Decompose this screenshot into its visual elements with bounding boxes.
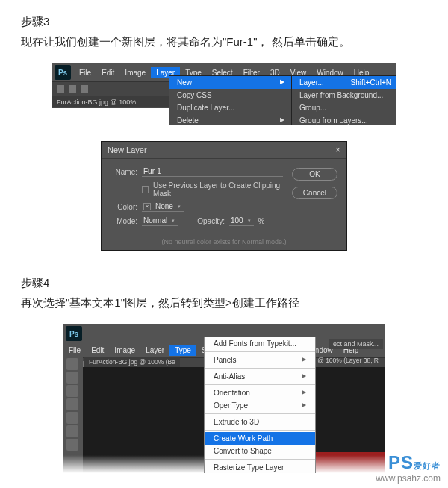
menu-item-antialias[interactable]: Anti-Alias▶ (205, 370, 315, 383)
tool-icon (69, 85, 76, 93)
ps-document-tab-right: d @ 100% (Layer 38, R (312, 357, 379, 364)
chevron-down-icon: ▾ (178, 204, 181, 210)
new-submenu: Layer...Shift+Ctrl+N Layer from Backgrou… (291, 75, 396, 125)
menu-edit[interactable]: Edit (86, 345, 109, 356)
chevron-down-icon: ▾ (248, 218, 251, 224)
step4-text: 再次选择"基本文本1"图层，然后转到类型>创建工作路径 (21, 296, 427, 310)
menu-item-label: Orientation (214, 389, 250, 397)
menu-separator (205, 384, 315, 385)
watermark-url: www.psahz.com (376, 473, 441, 484)
dialog-title: New Layer (108, 146, 147, 154)
none-swatch-icon: × (143, 203, 151, 210)
menu-edit[interactable]: Edit (96, 67, 119, 78)
menu-file[interactable]: File (74, 67, 96, 78)
tool-icon[interactable] (66, 372, 78, 384)
opacity-value: 100 (231, 216, 243, 225)
menu-item-label: Convert to Shape (214, 447, 272, 455)
ps-logo-icon: Ps (66, 326, 82, 341)
menu-item-group-from-layers[interactable]: Group from Layers... (292, 114, 396, 125)
menu-item-label: Layer... (299, 78, 324, 87)
menu-item-label: Panels (214, 356, 237, 364)
clipping-mask-checkbox[interactable] (142, 186, 149, 193)
chevron-right-icon: ▶ (302, 372, 306, 381)
watermark-subtitle: 爱好者 (414, 461, 441, 470)
menu-item-opentype[interactable]: OpenType▶ (205, 399, 315, 412)
menu-item-label: Rasterize Type Layer (214, 463, 284, 472)
name-label: Name: (111, 168, 137, 176)
menu-layer[interactable]: Layer (140, 345, 169, 356)
ps-screenshot-type-menu: Ps File Edit Image Layer Type Select Fil… (63, 324, 385, 473)
select-and-mask-fragment: ect and Mask... (329, 339, 383, 349)
tool-icon[interactable] (66, 412, 78, 424)
menu-item-duplicate-layer[interactable]: Duplicate Layer... (169, 101, 292, 114)
menu-item-layer-new[interactable]: Layer...Shift+Ctrl+N (292, 76, 396, 89)
menu-item-convert-to-shape[interactable]: Convert to Shape (205, 445, 315, 457)
menu-type[interactable]: Type (169, 345, 196, 356)
tool-icon[interactable] (66, 439, 78, 451)
step4-title: 步骤4 (21, 276, 427, 290)
type-dropdown: Add Fonts from Typekit... Panels▶ Anti-A… (204, 337, 316, 473)
clipping-mask-label: Use Previous Layer to Create Clipping Ma… (153, 181, 283, 198)
menu-separator (205, 351, 315, 352)
menu-item-layer-from-bg[interactable]: Layer from Background... (292, 89, 396, 101)
opacity-input[interactable]: 100 ▾ (229, 216, 254, 226)
menu-item-label: Extrude to 3D (214, 418, 259, 426)
new-layer-dialog: New Layer × Name: Use Previous Layer to … (101, 141, 347, 251)
tool-icon[interactable] (66, 358, 78, 370)
menu-item-label: OpenType (214, 401, 248, 410)
menu-item-rasterize[interactable]: Rasterize Type Layer (205, 461, 315, 473)
ps-screenshot-layer-menu: Ps File Edit Image Layer Type Select Fil… (52, 63, 396, 125)
chevron-right-icon: ▶ (280, 116, 284, 125)
tool-icon[interactable] (66, 425, 78, 437)
tool-icon (57, 85, 64, 93)
menu-item-add-fonts[interactable]: Add Fonts from Typekit... (205, 337, 315, 350)
mode-select[interactable]: Normal ▾ (142, 216, 178, 226)
mode-label: Mode: (111, 217, 137, 225)
chevron-right-icon: ▶ (302, 389, 306, 397)
menu-separator (205, 430, 315, 431)
watermark-brand: PS (388, 452, 414, 472)
ps-document-tab[interactable]: FurAction-BG.jpg @ 100% (Ba (84, 357, 180, 367)
menu-item-panels[interactable]: Panels▶ (205, 354, 315, 366)
close-icon[interactable]: × (335, 145, 340, 155)
step3-title: 步骤3 (21, 15, 427, 29)
dialog-footnote: (No neutral color exists for Normal mode… (102, 238, 346, 250)
step3-text: 现在让我们创建一个新图层，将其命名为"Fur-1"， 然后单击确定。 (21, 35, 427, 49)
tool-icon[interactable] (66, 385, 78, 397)
chevron-right-icon: ▶ (302, 401, 306, 410)
menu-item-label: Create Work Path (214, 434, 273, 442)
menu-separator (205, 459, 315, 460)
menu-item-orientation[interactable]: Orientation▶ (205, 387, 315, 399)
menu-item-delete[interactable]: Delete▶ (169, 114, 292, 125)
menu-item-label: Add Fonts from Typekit... (214, 340, 296, 348)
menu-item-label: Delete (177, 116, 199, 125)
menu-item-label: Duplicate Layer... (177, 104, 234, 112)
menu-separator (205, 368, 315, 369)
menu-item-new[interactable]: New▶ (169, 76, 292, 89)
menu-item-extrude-3d[interactable]: Extrude to 3D (205, 416, 315, 428)
cancel-button[interactable]: Cancel (292, 187, 337, 199)
layer-name-input[interactable] (142, 166, 283, 177)
color-label: Color: (111, 203, 137, 211)
tool-icon[interactable] (66, 398, 78, 410)
tool-icon (81, 85, 88, 93)
ps-tools-sidebar (63, 355, 83, 473)
menu-item-label: New (177, 78, 192, 87)
ok-button[interactable]: OK (292, 168, 337, 181)
menu-item-label: Copy CSS (177, 91, 212, 99)
opacity-label: Opacity: (197, 217, 225, 225)
menu-item-create-work-path[interactable]: Create Work Path (205, 432, 315, 445)
menu-item-group[interactable]: Group... (292, 101, 396, 114)
opacity-unit: % (258, 217, 265, 225)
menu-image[interactable]: Image (109, 345, 140, 356)
menu-item-label: Group from Layers... (299, 116, 368, 125)
menu-item-copy-css[interactable]: Copy CSS (169, 89, 292, 101)
color-select[interactable]: × None ▾ (142, 202, 184, 212)
menu-file[interactable]: File (63, 345, 86, 356)
chevron-down-icon: ▾ (172, 218, 175, 224)
menu-item-label: Anti-Alias (214, 372, 245, 381)
chevron-right-icon: ▶ (302, 356, 306, 364)
menu-separator (205, 413, 315, 414)
menu-image[interactable]: Image (119, 67, 151, 78)
watermark: PS爱好者 www.psahz.com (376, 452, 441, 484)
